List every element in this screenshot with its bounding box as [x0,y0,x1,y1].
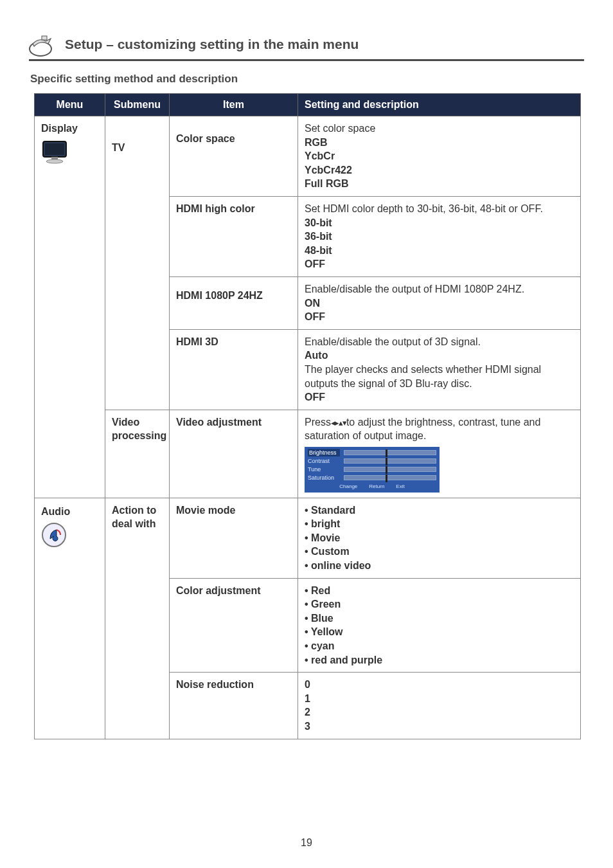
desc-movie-mode: • Standard • bright • Movie • Custom • o… [298,498,581,578]
va-slider [344,475,436,480]
va-brightness-row: Brightness [308,449,436,457]
desc-video-adjustment: Press◂▸▴▾to adjust the brightness, contr… [298,410,581,498]
desc-text: Press [305,417,331,428]
table-header-row: Menu Submenu Item Setting and descriptio… [35,94,581,116]
item-hdmi-1080p: HDMI 1080P 24HZ [170,276,298,329]
item-movie-mode: Movie mode [170,498,298,578]
menu-display-cell: Display [35,116,105,498]
opt: • Blue [305,611,574,626]
th-desc: Setting and description [298,94,581,116]
va-label: Tune [308,466,340,473]
va-saturation-row: Saturation [308,474,436,482]
svg-rect-3 [45,143,64,155]
opt: 48-bit [305,244,574,258]
submenu-tv-label: TV [112,142,125,153]
video-adjustment-panel: Brightness Contrast Tune Saturation Chan… [305,447,440,493]
opt: OFF [305,390,574,404]
desc-text: The player checks and selects whether HD… [305,363,574,390]
desc-hdmi-3d: Enable/disable the output of 3D signal. … [298,329,581,410]
page-number: 19 [0,837,613,849]
desc-text: Enable/disable the output of 3D signal. [305,336,481,347]
page-title: Setup – customizing setting in the main … [65,37,359,52]
va-slider [344,458,436,464]
item-hdmi-3d: HDMI 3D [170,329,298,410]
opt: YcbCr422 [305,163,574,177]
va-contrast-row: Contrast [308,457,436,466]
item-color-space: Color space [170,116,298,197]
opt: 2 [305,705,574,719]
display-icon [41,140,98,164]
desc-text: Set HDMI color depth to 30-bit, 36-bit, … [305,203,543,214]
submenu-tv-cell: TV [105,116,170,410]
svg-point-5 [46,159,63,163]
submenu-action-to-deal-with: Action to deal with [105,498,170,739]
svg-rect-4 [51,157,58,159]
th-submenu: Submenu [105,94,170,116]
table-row: Audio Action to deal with Movie mode • S… [35,498,581,578]
menu-audio-label: Audio [41,506,70,517]
desc-text: Enable/disable the output of HDMI 1080P … [305,284,524,294]
opt: 0 [305,678,574,692]
va-label: Saturation [308,474,340,482]
desc-noise-reduction: 0 1 2 3 [298,673,581,739]
opt: 36-bit [305,230,574,244]
title-underline [29,59,584,61]
table-row: Video processing Video adjustment Press◂… [35,410,581,498]
opt: 1 [305,692,574,706]
item-hdmi-high-color: HDMI high color [170,196,298,276]
va-slider [344,467,436,472]
desc-hdmi-1080p: Enable/disable the output of HDMI 1080P … [298,276,581,329]
opt: Auto [305,348,574,363]
table-row: Display TV Color space Set color space R… [35,116,581,197]
opt: • Movie [305,531,574,545]
va-footer: Change Return Exit [308,484,436,491]
desc-text: Set color space [305,123,375,134]
menu-display-label: Display [41,123,78,134]
opt: • Standard [305,503,574,518]
opt: • Yellow [305,625,574,639]
arrow-keys-icon: ◂▸▴▾ [331,418,346,428]
opt: • red and purple [305,653,574,667]
opt: Full RGB [305,177,574,191]
page-header: Setup – customizing setting in the main … [29,32,584,57]
audio-icon [41,522,98,548]
va-footer-exit: Exit [396,484,404,491]
settings-table: Menu Submenu Item Setting and descriptio… [34,93,581,739]
menu-audio-cell: Audio [35,498,105,739]
opt: • online video [305,559,574,573]
item-noise-reduction: Noise reduction [170,673,298,739]
opt: OFF [305,257,574,271]
opt: • Green [305,597,574,611]
opt: OFF [305,310,574,324]
va-tune-row: Tune [308,466,436,474]
va-slider [344,450,436,455]
opt: 3 [305,719,574,734]
th-item: Item [170,94,298,116]
opt: 30-bit [305,216,574,230]
opt: YcbCr [305,149,574,163]
desc-color-space: Set color space RGB YcbCr YcbCr422 Full … [298,116,581,197]
setup-icon [29,32,60,57]
va-label: Contrast [308,457,340,465]
opt: RGB [305,136,574,150]
desc-color-adjustment: • Red • Green • Blue • Yellow • cyan • r… [298,578,581,673]
opt: • bright [305,517,574,531]
desc-hdmi-high-color: Set HDMI color depth to 30-bit, 36-bit, … [298,196,581,276]
va-footer-change: Change [339,484,357,491]
svg-rect-1 [42,36,47,40]
item-video-adjustment: Video adjustment [170,410,298,498]
item-color-adjustment: Color adjustment [170,578,298,673]
va-footer-return: Return [369,484,384,491]
th-menu: Menu [35,94,105,116]
opt: • cyan [305,639,574,653]
opt: • Red [305,584,574,598]
submenu-video-processing: Video processing [105,410,170,498]
opt: • Custom [305,545,574,559]
va-label: Brightness [308,449,340,457]
section-subheading: Specific setting method and description [30,73,584,86]
opt: ON [305,296,574,311]
